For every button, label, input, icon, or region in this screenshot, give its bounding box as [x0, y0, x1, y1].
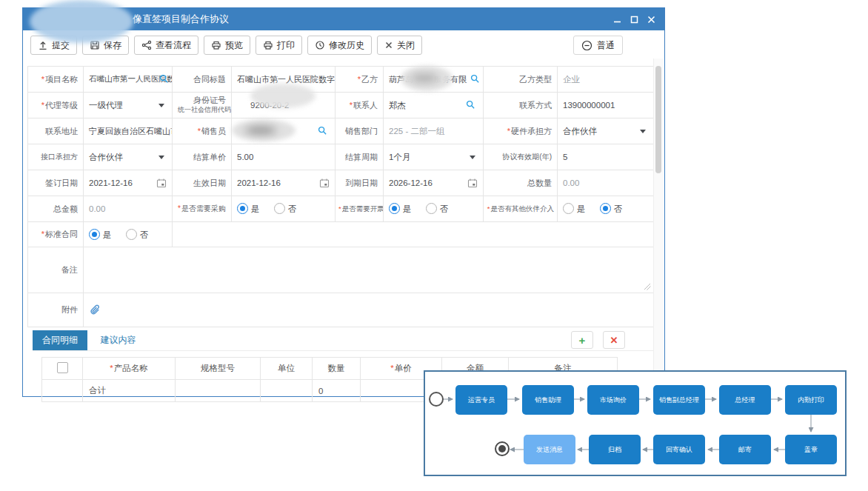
workflow-popup: 运营专员 销售助理 市场询价 销售副总经理 总经理 内勤打印 发送消息 归档 回… [424, 370, 847, 476]
total-quantity-label: 总数量 [484, 170, 558, 196]
delete-row-button[interactable]: ✕ [603, 331, 625, 349]
search-icon[interactable] [470, 74, 480, 84]
calendar-icon[interactable] [156, 178, 167, 188]
agency-level-select[interactable]: 一级代理 [84, 93, 173, 118]
sales-department-field: 225 - 二部一组 [384, 118, 484, 144]
flow-node: 归档 [589, 435, 641, 464]
total-amount-field: 0.00 [84, 196, 173, 222]
search-icon[interactable] [318, 126, 327, 136]
paperclip-icon[interactable] [89, 304, 101, 316]
effective-date-label: 生效日期 [173, 170, 232, 196]
empty-cell [173, 222, 654, 247]
contact-person-field[interactable]: 郑杰 [384, 93, 484, 118]
chevron-down-icon[interactable] [158, 104, 164, 110]
flow-node: 邮寄 [719, 435, 771, 464]
party-b-type-label: 乙方类型 [484, 67, 558, 93]
standard-contract-label: *标准合同 [28, 222, 84, 247]
need-purchase-radio-group: 是 否 [232, 196, 335, 222]
radio-no[interactable] [274, 203, 285, 214]
chevron-down-icon[interactable] [470, 156, 475, 162]
resize-handle-icon[interactable] [644, 283, 651, 290]
chevron-down-icon[interactable] [640, 130, 646, 136]
signing-date-label: 签订日期 [28, 170, 84, 196]
history-button[interactable]: 修改历史 [307, 36, 372, 55]
settlement-cycle-select[interactable]: 1个月 [384, 144, 484, 170]
remarks-label: 备注 [28, 247, 84, 293]
tab-contract-details[interactable]: 合同明细 [33, 330, 87, 350]
flow-node: 盖章 [785, 435, 837, 464]
search-icon[interactable] [466, 100, 475, 110]
flow-icon [141, 40, 152, 50]
printer-icon [211, 40, 221, 50]
scrollbar-thumb[interactable] [655, 66, 661, 173]
sales-department-label: 销售部门 [335, 118, 384, 144]
settlement-price-field[interactable]: 5.00 [232, 144, 335, 170]
close-window-button[interactable] [647, 15, 655, 24]
agreement-validity-label: 协议有效期(年) [484, 144, 558, 170]
summary-quantity-cell: 0 [313, 380, 361, 402]
radio-no[interactable] [426, 203, 437, 214]
radio-yes[interactable] [389, 203, 400, 214]
party-b-type-field: 企业 [558, 67, 654, 93]
hardware-bearer-select[interactable]: 合作伙伴 [558, 118, 654, 144]
radio-yes[interactable] [237, 203, 248, 214]
radio-yes[interactable] [89, 229, 100, 240]
close-button[interactable]: 关闭 [377, 36, 422, 55]
interface-bearer-label: 接口承担方 [28, 144, 84, 170]
id-number-label: 身份证号统一社会信用代码 [173, 93, 232, 118]
maximize-icon [630, 16, 638, 24]
select-all-checkbox[interactable] [57, 362, 68, 373]
flow-node: 销售副总经理 [653, 385, 705, 415]
privacy-blur [232, 119, 296, 141]
window-controls [612, 8, 655, 30]
dialog-title: 像直签项目制合作协议 [133, 8, 229, 30]
contact-address-field[interactable]: 宁夏回族自治区石嘴山市 [84, 118, 173, 144]
vertical-scrollbar[interactable] [653, 59, 664, 395]
print-button[interactable]: 打印 [256, 36, 302, 55]
remarks-textarea[interactable] [84, 247, 654, 293]
calendar-icon[interactable] [319, 178, 330, 188]
col-unit: 单位 [261, 358, 313, 380]
expiry-date-label: 到期日期 [335, 170, 384, 196]
search-icon[interactable] [159, 74, 169, 84]
minimize-button[interactable] [612, 15, 621, 24]
expiry-date-field[interactable]: 2026-12-16 [384, 170, 484, 196]
add-row-button[interactable]: + [571, 331, 593, 349]
contract-title-label: 合同标题 [173, 67, 232, 93]
flow-node: 回寄确认 [653, 435, 705, 464]
printer-icon [263, 40, 273, 50]
settlement-price-label: 结算单价 [173, 144, 232, 170]
summary-empty-cell [42, 380, 83, 402]
contact-method-field[interactable]: 13900000001 [558, 93, 654, 118]
agreement-validity-field[interactable]: 5 [558, 144, 654, 170]
effective-date-field[interactable]: 2021-12-16 [232, 170, 335, 196]
radio-no[interactable] [600, 203, 611, 214]
flow-end-circle [495, 441, 510, 456]
project-name-field[interactable]: 石嘴山市第一人民医院数字影 [84, 67, 173, 93]
other-partner-label: *是否有其他伙伴介入 [484, 196, 558, 222]
preview-button[interactable]: 预览 [204, 36, 250, 55]
interface-bearer-select[interactable]: 合作伙伴 [84, 144, 173, 170]
detail-tabs: 合同明细 建议内容 + ✕ [33, 330, 658, 351]
privacy-blur [401, 66, 453, 91]
need-purchase-label: *是否需要采购 [173, 196, 232, 222]
attachment-label: 附件 [28, 293, 84, 327]
salesperson-label: *销售员 [173, 118, 232, 144]
col-spec-model: 规格型号 [176, 358, 261, 380]
circle-minus-icon [581, 40, 592, 51]
view-flow-button[interactable]: 查看流程 [134, 36, 198, 55]
signing-date-field[interactable]: 2021-12-16 [84, 170, 173, 196]
summary-name-cell: 合计 [83, 380, 176, 402]
calendar-icon[interactable] [467, 178, 478, 188]
total-quantity-field: 0.00 [558, 170, 654, 196]
maximize-button[interactable] [630, 15, 638, 24]
privacy-blur [30, 0, 133, 43]
radio-yes[interactable] [563, 203, 574, 214]
tab-suggestion-content[interactable]: 建议内容 [90, 330, 145, 350]
mode-button[interactable]: 普通 [573, 36, 623, 55]
flow-node: 运营专员 [455, 385, 507, 415]
flow-node: 总经理 [719, 385, 771, 415]
radio-no[interactable] [126, 229, 137, 240]
summary-empty-cell [261, 380, 313, 402]
chevron-down-icon[interactable] [158, 156, 164, 162]
